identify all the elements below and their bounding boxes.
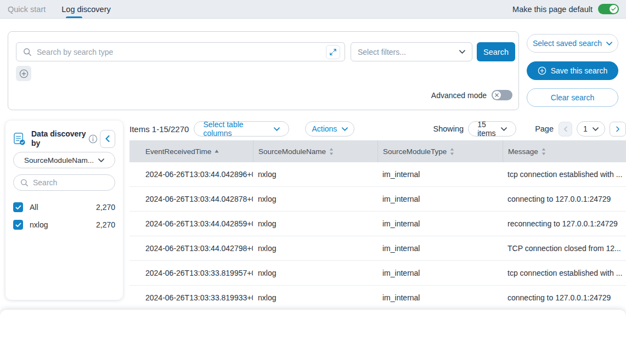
- filter-item-label: nxlog: [30, 220, 48, 229]
- table-row[interactable]: 2024-06-26T13:03:33.819933+0... nxlog im…: [129, 286, 626, 306]
- column-label: Message: [508, 147, 538, 156]
- sidebar-search-field: [13, 174, 115, 191]
- column-header-sourcemoduletype[interactable]: SourceModuleType: [377, 140, 503, 162]
- sort-both-icon: [450, 148, 454, 155]
- column-label: SourceModuleName: [258, 147, 326, 156]
- make-default-toggle[interactable]: [598, 4, 619, 14]
- sidebar-header: Data discovery by: [13, 128, 115, 150]
- discovery-field-select[interactable]: SourceModuleNam...: [13, 152, 115, 168]
- main-search-field: [16, 42, 345, 61]
- chevron-right-icon: [616, 126, 620, 132]
- info-icon[interactable]: [88, 134, 98, 144]
- cell-message: reconnecting to 127.0.0.1:24729: [503, 219, 626, 228]
- cell-sourcemoduletype: im_internal: [377, 219, 503, 228]
- tab-log-discovery-label: Log discovery: [61, 5, 110, 14]
- cell-sourcemodulename: nxlog: [253, 195, 377, 203]
- discovery-field-value: SourceModuleNam...: [24, 156, 94, 164]
- table-toolbar: Items 1-15/2270 Select table columns Act…: [129, 120, 626, 138]
- filter-item-nxlog[interactable]: nxlog 2,270: [13, 219, 115, 231]
- page-size-select[interactable]: 15 items: [468, 121, 516, 136]
- page-label: Page: [535, 124, 554, 133]
- collapse-sidebar-button[interactable]: [100, 130, 115, 148]
- filter-item-count: 2,270: [96, 220, 115, 229]
- active-tab-underline: [66, 16, 82, 18]
- page-number-value: 1: [583, 124, 588, 133]
- search-panel: Select filters... Search Advanced mode: [8, 31, 519, 110]
- cell-sourcemoduletype: im_internal: [377, 170, 503, 179]
- advanced-mode-control: Advanced mode: [431, 90, 512, 100]
- cell-eventreceivedtime: 2024-06-26T13:03:44.042798+0...: [129, 244, 253, 253]
- cell-sourcemoduletype: im_internal: [377, 244, 503, 253]
- plus-circle-icon: [538, 66, 546, 75]
- save-this-search-button[interactable]: Save this search: [527, 61, 618, 80]
- showing-label: Showing: [433, 124, 464, 133]
- cell-eventreceivedtime: 2024-06-26T13:03:44.042878+0...: [129, 195, 253, 203]
- toggle-check-icon: [610, 5, 618, 13]
- select-table-columns-label: Select table columns: [203, 120, 269, 138]
- checkbox-checked[interactable]: [13, 202, 23, 212]
- logs-timeline-panel: Logs Timeline 1h 4h 12h 24h 48h 72h 7d 3…: [0, 310, 626, 364]
- cell-eventreceivedtime: 2024-06-26T13:03:44.042896+0...: [129, 170, 253, 179]
- cell-sourcemoduletype: im_internal: [377, 293, 503, 302]
- search-icon: [20, 179, 29, 187]
- chevron-down-icon: [274, 127, 280, 131]
- expand-search-icon[interactable]: [326, 45, 340, 59]
- cell-message: connecting to 127.0.0.1:24729: [503, 195, 626, 203]
- cell-eventreceivedtime: 2024-06-26T13:03:33.819957+0...: [129, 269, 253, 277]
- sort-both-icon: [542, 148, 546, 155]
- page-size-value: 15 items: [477, 120, 496, 138]
- cell-message: tcp connection established with ...: [503, 170, 626, 179]
- select-saved-search-label: Select saved search: [533, 39, 602, 48]
- search-button[interactable]: Search: [477, 42, 515, 61]
- add-condition-button[interactable]: [16, 66, 31, 81]
- column-header-eventreceivedtime[interactable]: EventReceivedTime: [129, 140, 253, 162]
- select-table-columns-button[interactable]: Select table columns: [194, 121, 289, 136]
- sidebar-search-input[interactable]: [33, 178, 108, 187]
- cell-message: TCP connection closed from 12...: [503, 244, 626, 253]
- chevron-down-icon: [459, 50, 465, 54]
- sidebar-title: Data discovery by: [31, 129, 87, 148]
- data-discovery-sidebar: Data discovery by SourceModuleNam...: [5, 121, 123, 300]
- next-page-button[interactable]: [610, 122, 626, 136]
- checkbox-checked[interactable]: [13, 220, 23, 230]
- cell-sourcemoduletype: im_internal: [377, 269, 503, 277]
- cell-message: tcp connection established with ...: [503, 269, 626, 277]
- table-row[interactable]: 2024-06-26T13:03:33.819957+0... nxlog im…: [129, 261, 626, 286]
- chevron-left-icon: [563, 126, 567, 132]
- sort-both-icon: [329, 148, 334, 155]
- column-header-message[interactable]: Message: [503, 140, 626, 162]
- advanced-mode-label: Advanced mode: [431, 91, 487, 100]
- table-row[interactable]: 2024-06-26T13:03:44.042798+0... nxlog im…: [129, 236, 626, 261]
- search-input[interactable]: [37, 48, 321, 56]
- actions-button[interactable]: Actions: [305, 121, 354, 136]
- toggle-x-icon: [493, 91, 501, 99]
- table-row[interactable]: 2024-06-26T13:03:44.042896+0... nxlog im…: [129, 162, 626, 187]
- filter-item-count: 2,270: [96, 203, 115, 212]
- search-icon: [23, 48, 32, 56]
- document-check-icon: [13, 132, 26, 146]
- cell-eventreceivedtime: 2024-06-26T13:03:44.042859+0...: [129, 219, 253, 228]
- previous-page-button[interactable]: [559, 122, 572, 136]
- saved-search-actions: Select saved search Save this search Cle…: [527, 34, 618, 107]
- actions-label: Actions: [312, 124, 337, 133]
- chevron-left-icon: [105, 135, 110, 142]
- filter-item-all[interactable]: All 2,270: [13, 201, 115, 213]
- table-row[interactable]: 2024-06-26T13:03:44.042878+0... nxlog im…: [129, 187, 626, 212]
- chevron-down-icon: [501, 127, 507, 131]
- select-saved-search-button[interactable]: Select saved search: [527, 34, 618, 53]
- tab-quick-start[interactable]: Quick start: [8, 0, 46, 18]
- filters-select[interactable]: Select filters...: [351, 42, 472, 61]
- filter-item-label: All: [30, 203, 38, 212]
- cell-sourcemoduletype: im_internal: [377, 195, 503, 203]
- table-header-row: EventReceivedTime SourceModuleName Sourc…: [129, 140, 626, 162]
- log-discovery-screen: Quick start Log discovery Make this page…: [0, 0, 626, 364]
- sort-ascending-icon: [215, 150, 219, 153]
- tabs: Quick start Log discovery: [0, 0, 111, 18]
- page-number-select[interactable]: 1: [577, 121, 605, 136]
- column-header-sourcemodulename[interactable]: SourceModuleName: [253, 140, 377, 162]
- tab-log-discovery[interactable]: Log discovery: [61, 0, 110, 18]
- save-this-search-label: Save this search: [551, 66, 608, 75]
- clear-search-button[interactable]: Clear search: [527, 88, 618, 107]
- table-row[interactable]: 2024-06-26T13:03:44.042859+0... nxlog im…: [129, 212, 626, 236]
- advanced-mode-toggle[interactable]: [492, 90, 512, 100]
